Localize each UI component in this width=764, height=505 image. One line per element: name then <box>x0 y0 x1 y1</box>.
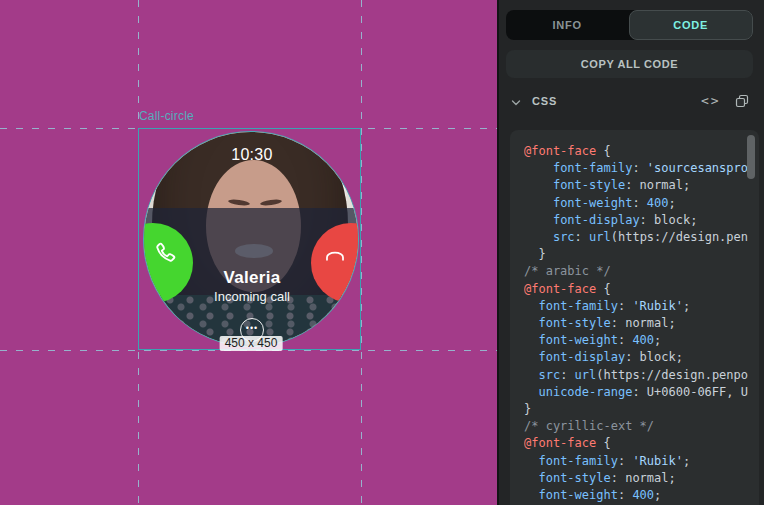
shape-size-badge: 450 x 450 <box>220 336 283 351</box>
code-line: font-style: normal; <box>524 177 749 194</box>
code-line: @font-face { <box>524 281 749 298</box>
css-section-title: CSS <box>532 95 557 107</box>
code-line: font-weight: 400; <box>524 487 749 504</box>
code-line: src: url(https://design.pen <box>524 229 749 246</box>
guide-line-vertical-right <box>361 0 362 505</box>
inspect-tab-bar: INFO CODE <box>506 10 753 40</box>
copy-icon[interactable] <box>734 93 750 109</box>
code-line: font-style: normal; <box>524 315 749 332</box>
code-line: } <box>524 401 749 418</box>
code-content: @font-face { font-family: 'sourcesanspro… <box>524 143 749 505</box>
code-line: /* arabic */ <box>524 263 749 280</box>
code-scrollbar-thumb[interactable] <box>747 135 755 179</box>
code-line: font-style: normal; <box>524 470 749 487</box>
css-code-block: @font-face { font-family: 'sourcesanspro… <box>510 130 759 505</box>
call-status: Incoming call <box>144 289 359 304</box>
design-canvas[interactable]: Call-circle 10:30 Valeria Incoming call … <box>0 0 497 505</box>
tab-code[interactable]: CODE <box>629 10 754 40</box>
copy-all-code-button[interactable]: COPY ALL CODE <box>506 50 753 78</box>
code-line: /* cyrillic-ext */ <box>524 418 749 435</box>
code-line: font-weight: 400; <box>524 332 749 349</box>
code-line: } <box>524 246 749 263</box>
code-line: src: url(https://design.penpo <box>524 367 749 384</box>
inspect-panel: INFO CODE COPY ALL CODE CSS <> @font-fac… <box>497 0 764 505</box>
caller-name: Valeria <box>144 268 359 288</box>
phone-icon <box>152 239 180 267</box>
chevron-down-icon[interactable] <box>510 97 522 109</box>
phone-down-icon <box>322 242 348 268</box>
code-line: font-display: block; <box>524 349 749 366</box>
code-line: font-weight: 400; <box>524 195 749 212</box>
code-line: font-family: 'sourcesanspro <box>524 160 749 177</box>
css-section-header[interactable]: CSS <> <box>506 90 759 116</box>
code-line: @font-face { <box>524 435 749 452</box>
code-view-icon[interactable]: <> <box>701 93 721 108</box>
code-line: unicode-range: U+0600-06FF, U <box>524 384 749 401</box>
code-line: font-family: 'Rubik'; <box>524 298 749 315</box>
tab-info[interactable]: INFO <box>506 10 629 40</box>
call-circle-shape[interactable]: 10:30 Valeria Incoming call ••• <box>143 131 359 347</box>
code-line: font-display: block; <box>524 212 749 229</box>
code-line: @font-face { <box>524 143 749 160</box>
code-line: font-family: 'Rubik'; <box>524 453 749 470</box>
shape-name-label[interactable]: Call-circle <box>139 109 194 123</box>
